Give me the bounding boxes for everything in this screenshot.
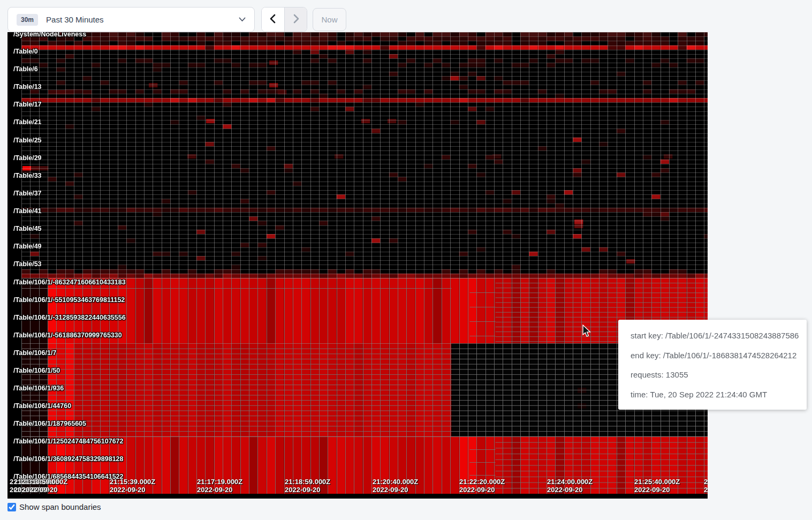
- time-axis-tick: 21:18:59.000Z2022-09-20: [285, 478, 330, 494]
- row-label: /Table/25: [13, 137, 42, 144]
- row-label: /Table/106/1/187965605: [13, 420, 86, 427]
- footer: Show span boundaries: [7, 502, 101, 511]
- tooltip-line: requests: 13055: [631, 365, 794, 385]
- row-label: /Table/106/1/-8632471606610433183: [13, 278, 126, 286]
- time-range-dropdown[interactable]: 30m Past 30 Minutes: [7, 7, 255, 32]
- tooltip-line: time: Tue, 20 Sep 2022 21:24:40 GMT: [631, 385, 794, 405]
- row-label: /System/NodeLiveness: [13, 32, 86, 38]
- forward-button[interactable]: [284, 7, 307, 32]
- row-label: /Table/45: [13, 225, 42, 232]
- time-axis-tick: 21:25:40.000Z2022-09-20: [634, 478, 680, 494]
- row-label: /Table/106/1/-3128593822440635556: [13, 314, 126, 321]
- toolbar: 30m Past 30 Minutes Now: [0, 0, 812, 32]
- now-button[interactable]: Now: [313, 8, 346, 31]
- time-axis-tick: 21:22:20.000Z2022-09-20: [459, 478, 505, 494]
- row-label: /Table/106/1/50: [13, 367, 60, 374]
- time-nav-group: [261, 7, 307, 32]
- row-label: /Table/13: [13, 83, 42, 91]
- row-label: /Table/106/1/936: [13, 385, 64, 392]
- row-label: /Table/6: [13, 65, 38, 73]
- row-label: /Table/106/1/-5510953463769811152: [13, 296, 125, 304]
- time-range-label: Past 30 Minutes: [46, 15, 104, 24]
- row-label: /Table/53: [13, 260, 42, 268]
- time-axis-tick: 21:24:00.000Z2022-09-20: [547, 478, 593, 494]
- time-axis-tick: 21:15:39.000Z2022-09-20: [110, 478, 155, 494]
- label-layer: /System/NodeLiveness/Table/0/Table/6/Tab…: [7, 32, 708, 499]
- row-label: /Table/37: [13, 190, 42, 197]
- row-label: /Table/106/1/-561886370999765330: [13, 331, 122, 339]
- chevron-down-icon: [239, 17, 246, 22]
- row-label: /Table/106/1/7: [13, 349, 56, 357]
- chevron-right-icon: [292, 14, 300, 25]
- hover-tooltip: start key: /Table/106/1/-247433150824388…: [618, 320, 807, 410]
- row-label: /Table/17: [13, 101, 42, 108]
- key-visualizer: /System/NodeLiveness/Table/0/Table/6/Tab…: [7, 32, 708, 499]
- time-range-badge: 30m: [17, 14, 38, 26]
- row-label: /Table/33: [13, 172, 42, 179]
- row-label: /Table/106/1/44760: [13, 402, 71, 410]
- back-button[interactable]: [262, 7, 284, 32]
- row-label: /Table/41: [13, 207, 42, 215]
- row-label: /Table/21: [13, 118, 42, 126]
- row-label: /Table/49: [13, 243, 42, 250]
- tooltip-line: start key: /Table/106/1/-247433150824388…: [631, 326, 794, 346]
- mouse-cursor-icon: [580, 325, 592, 338]
- row-label: /Table/29: [13, 154, 42, 162]
- time-axis-tick: 21:20:40.000Z2022-09-20: [373, 478, 418, 494]
- row-label: /Table/106/1/1250247484756107672: [13, 438, 124, 445]
- chevron-left-icon: [269, 14, 277, 25]
- row-label: /Table/106/1/3608924758329898128: [13, 455, 124, 463]
- row-label: /Table/0: [13, 48, 38, 55]
- show-span-boundaries-checkbox[interactable]: [7, 503, 16, 511]
- time-axis-tick: 21:17:19.000Z2022-09-20: [197, 478, 242, 494]
- time-axis-tick: 21:27:20.000Z2022-09-20: [704, 478, 708, 494]
- time-axis-tick: 21:13:59.000Z2022-09-20: [22, 478, 67, 494]
- tooltip-line: end key: /Table/106/1/-18683814745282642…: [631, 346, 794, 366]
- show-span-boundaries-label: Show span boundaries: [19, 502, 101, 511]
